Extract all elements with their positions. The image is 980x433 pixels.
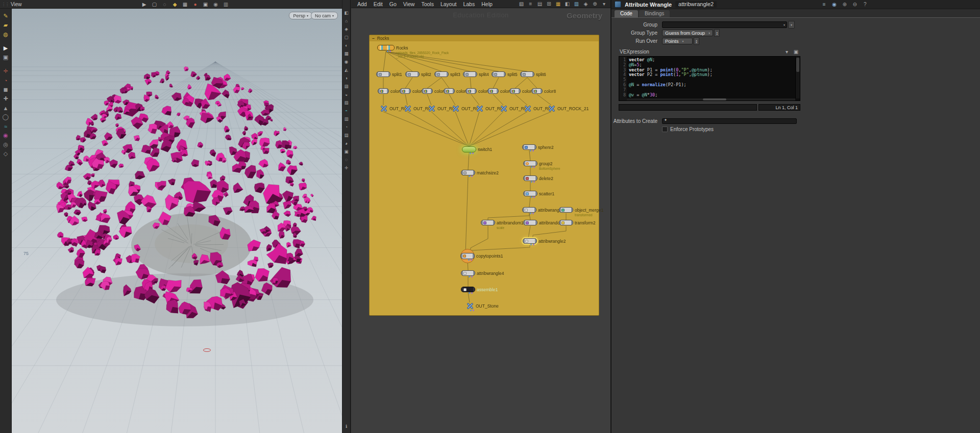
node-split1[interactable]: split1 — [376, 71, 390, 77]
node-shape-icon[interactable]: ◧ — [564, 1, 571, 7]
lighting-icon[interactable]: ◭ — [344, 67, 350, 72]
gamma-icon[interactable]: ◔ — [344, 124, 350, 130]
viewport-info-icon[interactable]: ℹ — [344, 423, 350, 429]
shadows-icon[interactable]: ▨ — [344, 83, 350, 89]
render-view-icon[interactable]: ▣ — [202, 1, 209, 8]
vex-snippet-menu-icon[interactable]: ▾ — [783, 48, 790, 55]
grid-layout-icon[interactable]: ⊞ — [546, 1, 552, 7]
guide-icon[interactable]: ◌ — [344, 157, 350, 162]
node-out-rock-1[interactable]: OUT_ROCK — [380, 105, 387, 112]
node-color6[interactable]: color6 — [487, 88, 499, 94]
node-attribwrangle4[interactable]: attribwrangle4 — [461, 270, 475, 276]
menu-item-labs[interactable]: Labs — [463, 1, 475, 7]
network-canvas[interactable]: Education Edition Geometry – Rocks Rocks… — [351, 0, 610, 433]
tool-volume-icon[interactable]: ◯ — [3, 114, 9, 120]
grid-toggle-icon[interactable]: ▥ — [344, 116, 350, 121]
node-flags[interactable] — [469, 292, 473, 294]
node-matchsize2[interactable]: matchsize2 — [461, 170, 475, 175]
node-flags[interactable] — [469, 276, 473, 277]
node-attribrandom1[interactable]: attribrandom1scale — [481, 220, 495, 225]
node-attribwrangle2[interactable]: attribwrangle2 — [523, 238, 537, 244]
node-sphere2[interactable]: sphere2 — [522, 144, 536, 150]
tool-move-icon[interactable]: ✛ — [3, 68, 9, 74]
menu-item-tools[interactable]: Tools — [421, 1, 434, 7]
enforce-prototypes-checkbox[interactable] — [662, 126, 668, 132]
perspective-view-button[interactable]: Persp▾ — [289, 12, 312, 19]
node-color4[interactable]: color4 — [444, 88, 455, 94]
snapshot-icon[interactable]: ◕ — [344, 140, 350, 146]
node-flags[interactable] — [531, 196, 535, 198]
node-out-rock-2[interactable]: OUT_ROCK — [404, 105, 411, 112]
view-pin-icon[interactable]: ◧ — [344, 10, 350, 15]
group-type-stepper[interactable]: ▴▾ — [714, 29, 720, 37]
tool-constraint-icon[interactable]: ◇ — [3, 150, 9, 157]
attributes-to-create-field[interactable]: * — [662, 118, 797, 124]
grid-snap-icon[interactable]: ▦ — [182, 1, 188, 8]
node-color7[interactable]: color7 — [509, 88, 521, 94]
zoom-out-icon[interactable]: ⊖ — [851, 1, 858, 8]
menu-item-help[interactable]: Help — [481, 1, 493, 7]
points-display-icon[interactable]: ✛ — [344, 165, 350, 170]
help-icon[interactable]: ? — [862, 1, 868, 8]
background-icon[interactable]: ◓ — [344, 108, 350, 113]
node-color8[interactable]: color8 — [531, 88, 543, 94]
node-out-rock-5[interactable]: OUT_ROCK — [476, 105, 483, 112]
node-delete2[interactable]: delete2 — [523, 175, 537, 181]
select-visible-icon[interactable]: ▢ — [344, 34, 350, 40]
node-out-rock-3[interactable]: OUT_ROCK — [428, 105, 435, 112]
group-type-combo[interactable]: Guess from Group▾ — [662, 30, 713, 36]
viewport-3d-canvas[interactable]: 75 Persp▾ No cam▾ — [11, 8, 342, 433]
vex-search-field[interactable] — [619, 104, 757, 111]
notes-icon[interactable]: ◈ — [582, 1, 589, 7]
view-mask-icon[interactable]: ▣ — [344, 148, 350, 154]
zoom-in-icon[interactable]: ⊕ — [841, 1, 848, 8]
menu-item-edit[interactable]: Edit — [374, 1, 383, 7]
group-field[interactable]: ▾ — [662, 21, 787, 28]
menu-item-layout[interactable]: Layout — [440, 1, 457, 7]
node-flags[interactable] — [469, 175, 473, 177]
select-mode-icon[interactable]: ▶ — [141, 1, 148, 8]
tool-select-icon[interactable]: ▶ — [3, 45, 9, 52]
vex-vertical-scrollbar[interactable] — [795, 57, 800, 98]
node-split5[interactable]: split5 — [492, 71, 506, 77]
toolbar-grip-icon[interactable]: ⋮⋮ — [2, 2, 9, 7]
node-flags[interactable] — [470, 310, 474, 311]
node-group2[interactable]: group2BottomSphere — [523, 161, 537, 166]
param-sliders-icon[interactable]: ≡ — [821, 1, 827, 8]
node-out-rock-4[interactable]: OUT_ROCK — [452, 105, 459, 112]
node-out-rock-6[interactable]: OUT_ROCK — [500, 105, 507, 112]
camera-select-button[interactable]: No cam▾ — [311, 12, 338, 19]
node-color1[interactable]: color1 — [378, 88, 389, 94]
viewport-layout-icon[interactable]: ▥ — [223, 1, 229, 8]
node-transform2[interactable]: transform2 — [559, 220, 573, 225]
wire-shaded-icon[interactable]: ▦ — [344, 50, 350, 56]
node-flags[interactable] — [387, 50, 391, 52]
node-color3[interactable]: color3 — [422, 88, 433, 94]
node-out-stone[interactable]: OUT_Stone — [466, 302, 474, 309]
tool-crowd-icon[interactable]: ◉ — [3, 132, 9, 139]
headlight-icon[interactable]: ◑ — [344, 75, 350, 81]
vex-expand-editor-icon[interactable]: ▣ — [793, 48, 799, 55]
record-flipbook-icon[interactable]: ● — [192, 1, 199, 8]
camera-icon[interactable]: ◉ — [212, 1, 219, 8]
scrollbar-thumb[interactable] — [703, 98, 726, 100]
node-split6[interactable]: split6 — [520, 71, 534, 77]
scrollbar-thumb[interactable] — [796, 58, 799, 72]
vex-code-text[interactable]: vector @N;@N=5;vector P1 = point(0,"P",@… — [627, 57, 800, 100]
node-assemble1[interactable]: assemble1 — [461, 287, 475, 292]
tab-bindings[interactable]: Bindings — [639, 10, 670, 17]
menu-item-add[interactable]: Add — [357, 1, 367, 7]
node-flags[interactable] — [468, 259, 472, 261]
tool-scale-icon[interactable]: ◼ — [3, 86, 9, 93]
find-icon[interactable]: ⊕ — [592, 1, 598, 7]
zoom-menu-icon[interactable]: ▾ — [601, 1, 607, 7]
node-color2[interactable]: color2 — [400, 88, 411, 94]
node-flags[interactable] — [530, 150, 534, 151]
tool-fill-icon[interactable]: ▰ — [3, 22, 9, 29]
displacement-icon[interactable]: ▧ — [344, 99, 350, 105]
tool-ocean-icon[interactable]: ≈ — [3, 123, 9, 130]
node-out-rock-7[interactable]: OUT_ROCK — [524, 105, 531, 112]
menu-item-go[interactable]: Go — [389, 1, 397, 7]
frame-selected-icon[interactable]: ◈ — [344, 26, 350, 32]
node-flags[interactable] — [470, 152, 474, 154]
